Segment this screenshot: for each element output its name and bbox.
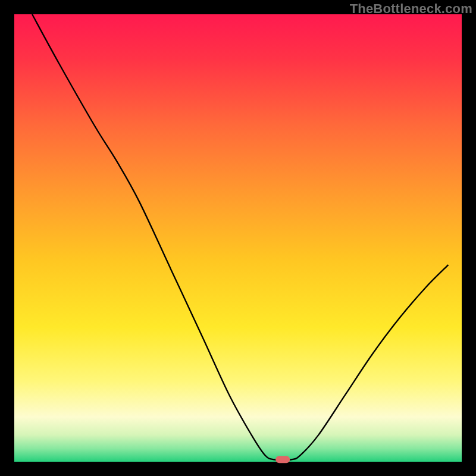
optimal-marker <box>275 456 290 463</box>
bottleneck-chart <box>0 0 476 476</box>
watermark-text: TheBottleneck.com <box>350 1 472 17</box>
plot-background <box>14 14 462 462</box>
chart-frame: TheBottleneck.com <box>0 0 476 476</box>
